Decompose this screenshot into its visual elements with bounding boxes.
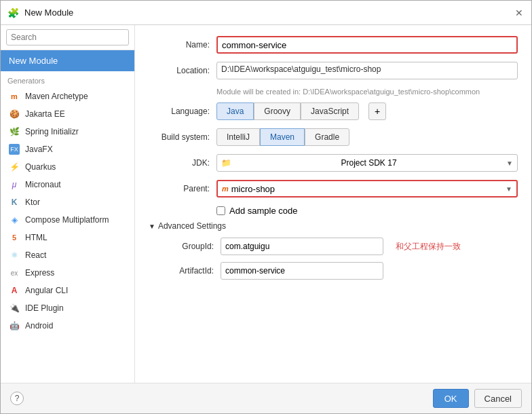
sidebar-item-micronaut[interactable]: μ Micronaut [1, 176, 134, 193]
javafx-icon: FX [9, 144, 20, 155]
name-input[interactable] [216, 36, 518, 54]
new-module-dialog: 🧩 New Module ✕ New Module Generators m M… [0, 0, 532, 414]
name-label: Name: [149, 40, 210, 50]
sidebar-item-label: JavaFX [25, 145, 53, 154]
sidebar-item-label: Ktor [25, 197, 40, 207]
language-group: Java Groovy JavaScript [216, 102, 359, 120]
compose-icon: ◈ [9, 214, 20, 225]
parent-row: Parent: m micro-shop ▼ [149, 180, 518, 197]
search-input[interactable] [6, 29, 129, 45]
sidebar-item-jakarta-ee[interactable]: 🍪 Jakarta EE [1, 105, 134, 123]
jdk-value: Project SDK 17 [341, 158, 397, 168]
parent-dropdown[interactable]: m micro-shop ▼ [216, 180, 518, 197]
sidebar-item-react[interactable]: ⚛ React [1, 246, 134, 264]
advanced-section: ▼ Advanced Settings GroupId: 和父工程保持一致 Ar… [149, 221, 518, 280]
sidebar-item-spring-initializr[interactable]: 🌿 Spring Initializr [1, 123, 134, 140]
advanced-toggle[interactable]: ▼ Advanced Settings [149, 221, 518, 231]
quarkus-icon: ⚡ [9, 162, 20, 172]
search-box [1, 25, 134, 50]
group-id-input[interactable] [221, 238, 383, 255]
build-system-label: Build system: [149, 132, 210, 142]
sidebar: New Module Generators m Maven Archetype … [1, 25, 135, 383]
language-java-btn[interactable]: Java [216, 102, 254, 120]
language-groovy-btn[interactable]: Groovy [254, 102, 301, 120]
group-id-label: GroupId: [159, 242, 214, 251]
react-icon: ⚛ [9, 250, 20, 261]
sidebar-item-label: IDE Plugin [25, 303, 64, 313]
parent-maven-icon: m [222, 185, 229, 193]
cancel-button[interactable]: Cancel [474, 389, 522, 408]
language-javascript-btn[interactable]: JavaScript [301, 102, 359, 120]
sidebar-item-javafx[interactable]: FX JavaFX [1, 140, 134, 158]
location-row: Location: D:\IDEA\workspace\atguigu_test… [149, 62, 518, 79]
ide-plugin-icon: 🔌 [9, 303, 20, 314]
sidebar-item-ide-plugin[interactable]: 🔌 IDE Plugin [1, 299, 134, 317]
footer: ? OK Cancel [1, 383, 531, 413]
jdk-folder-icon: 📁 [221, 158, 231, 168]
sidebar-item-maven-archetype[interactable]: m Maven Archetype [1, 88, 134, 105]
group-id-row: GroupId: 和父工程保持一致 [159, 238, 518, 255]
sidebar-item-quarkus[interactable]: ⚡ Quarkus [1, 158, 134, 176]
sample-code-row: Add sample code [216, 206, 518, 216]
collapse-icon: ▼ [149, 223, 155, 230]
sidebar-item-html[interactable]: 5 HTML [1, 229, 134, 246]
module-hint: Module will be created in: D:\IDEA\works… [216, 88, 518, 96]
sidebar-item-label: Android [25, 321, 53, 331]
sidebar-item-label: Compose Multiplatform [25, 215, 109, 225]
sidebar-item-label: HTML [25, 233, 48, 242]
build-maven-btn[interactable]: Maven [260, 128, 305, 146]
angular-icon: A [9, 285, 20, 296]
artifact-id-row: ArtifactId: [159, 262, 518, 280]
help-button[interactable]: ? [10, 392, 24, 405]
sidebar-item-label: Angular CLI [25, 286, 68, 295]
build-intellij-btn[interactable]: IntelliJ [216, 128, 260, 146]
sidebar-item-express[interactable]: ex Express [1, 264, 134, 282]
advanced-label: Advanced Settings [158, 221, 226, 231]
group-id-hint: 和父工程保持一致 [396, 241, 461, 252]
jdk-row: JDK: 📁 Project SDK 17 ▼ [149, 154, 518, 172]
artifact-id-label: ArtifactId: [159, 266, 214, 276]
ok-button[interactable]: OK [433, 389, 469, 408]
build-system-group: IntelliJ Maven Gradle [216, 128, 349, 146]
sidebar-item-label: Micronaut [25, 180, 61, 189]
add-language-btn[interactable]: + [368, 102, 386, 120]
micronaut-icon: μ [9, 179, 20, 190]
main-panel: Name: Location: D:\IDEA\workspace\atguig… [135, 25, 531, 383]
ktor-icon: K [9, 197, 20, 208]
close-button[interactable]: ✕ [514, 7, 525, 18]
jakarta-ee-icon: 🍪 [9, 109, 20, 119]
sidebar-item-label: React [25, 250, 46, 260]
language-label: Language: [149, 107, 210, 116]
sidebar-item-label: Spring Initializr [25, 127, 79, 136]
parent-label: Parent: [149, 184, 210, 193]
sidebar-item-label: Jakarta EE [25, 109, 65, 119]
sidebar-item-compose[interactable]: ◈ Compose Multiplatform [1, 211, 134, 229]
artifact-id-input[interactable] [221, 262, 383, 280]
sample-code-label[interactable]: Add sample code [229, 206, 297, 216]
sidebar-item-label: Maven Archetype [25, 92, 88, 101]
name-row: Name: [149, 36, 518, 54]
location-label: Location: [149, 66, 210, 75]
html-icon: 5 [9, 232, 20, 243]
jdk-chevron-icon: ▼ [506, 159, 513, 167]
spring-icon: 🌿 [9, 126, 20, 137]
build-gradle-btn[interactable]: Gradle [305, 128, 349, 146]
title-bar: 🧩 New Module ✕ [1, 1, 531, 25]
language-row: Language: Java Groovy JavaScript + [149, 102, 518, 120]
sidebar-item-label: Express [25, 268, 54, 278]
sidebar-item-new-module[interactable]: New Module [1, 50, 134, 71]
dialog-title: New Module [24, 7, 73, 18]
generators-label: Generators [1, 71, 134, 88]
sample-code-checkbox[interactable] [216, 206, 225, 215]
sidebar-item-ktor[interactable]: K Ktor [1, 193, 134, 211]
jdk-dropdown[interactable]: 📁 Project SDK 17 ▼ [216, 154, 518, 172]
parent-value: micro-shop [231, 184, 275, 194]
sidebar-item-label: Quarkus [25, 162, 56, 172]
express-icon: ex [9, 267, 20, 278]
maven-archetype-icon: m [9, 91, 20, 102]
sidebar-item-android[interactable]: 🤖 Android [1, 317, 134, 335]
android-icon: 🤖 [9, 320, 20, 331]
sidebar-item-angular[interactable]: A Angular CLI [1, 282, 134, 299]
build-system-row: Build system: IntelliJ Maven Gradle [149, 128, 518, 146]
location-value: D:\IDEA\workspace\atguigu_test\micro-sho… [216, 62, 518, 79]
